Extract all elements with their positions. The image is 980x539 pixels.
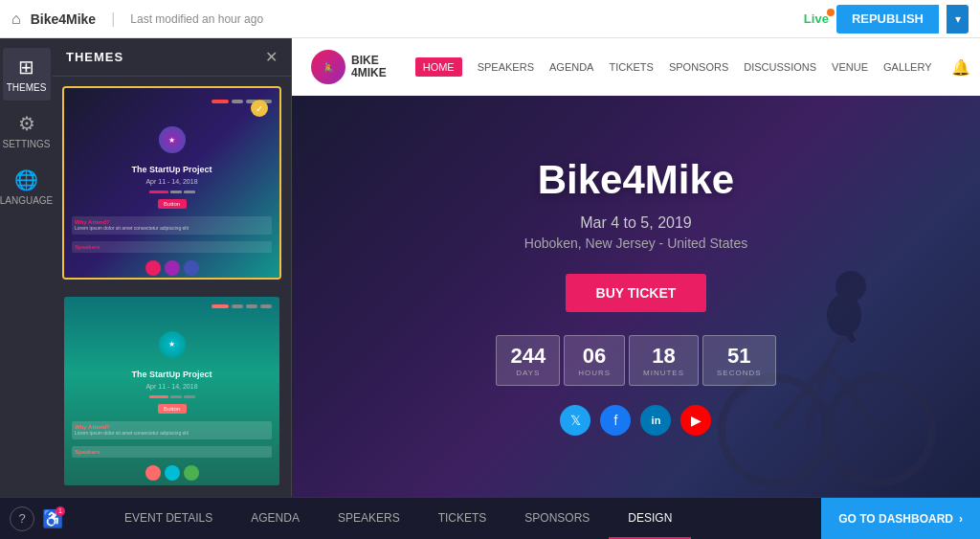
tab-sponsors[interactable]: SPONSORS xyxy=(505,498,609,539)
countdown-hours: 06 HOURS xyxy=(564,335,625,386)
youtube-icon[interactable]: ▶ xyxy=(680,405,711,436)
tab-design[interactable]: DESIGN xyxy=(609,498,691,539)
main-layout: ⊞ THEMES ⚙ SETTINGS 🌐 LANGUAGE THEMES ✕ … xyxy=(0,38,980,497)
thumb-nav-dot-active xyxy=(212,100,229,103)
coral-why-attend: Why Attend? Lorem ipsum dolor sit amet c… xyxy=(72,421,272,439)
countdown: 244 DAYS 06 HOURS 18 MINUTES 51 SECONDS xyxy=(496,335,775,386)
sidebar-item-language[interactable]: 🌐 LANGUAGE xyxy=(3,161,51,213)
coral-thumb-btn: Button xyxy=(158,404,187,414)
coral-speaker-1 xyxy=(145,465,161,481)
coral-nav-dot-2 xyxy=(246,304,257,308)
horizon-why-attend: Why Attend? Lorem ipsum dolor sit amet c… xyxy=(72,216,272,235)
coral-speaker-3 xyxy=(184,465,199,481)
theme-coral[interactable]: ★ The StartUp Project Apr 11 - 14, 2018 … xyxy=(62,295,281,488)
nav-speakers[interactable]: SPEAKERS xyxy=(478,61,534,73)
sidebar-item-themes[interactable]: ⊞ THEMES xyxy=(3,48,51,101)
svg-line-5 xyxy=(827,339,841,363)
themes-list: ✓ ★ The StartUp Project Apr 11 - xyxy=(53,77,291,497)
coral-nav-dot-active xyxy=(212,304,229,308)
themes-title: THEMES xyxy=(66,50,123,64)
hero-date: Mar 4 to 5, 2019 xyxy=(496,214,775,232)
bell-icon[interactable]: 🔔 xyxy=(951,58,970,77)
coral-nav-dot-3 xyxy=(260,304,272,308)
thumb-nav-dot-1 xyxy=(232,100,243,103)
nav-tickets[interactable]: TICKETS xyxy=(609,61,653,73)
notif-badge: 1 xyxy=(56,506,65,516)
linkedin-icon[interactable]: in xyxy=(640,405,671,436)
svg-point-8 xyxy=(835,271,866,302)
sidebar: ⊞ THEMES ⚙ SETTINGS 🌐 LANGUAGE xyxy=(0,38,53,497)
buy-ticket-button[interactable]: BUY TICKET xyxy=(566,274,707,312)
nav-sponsors[interactable]: SPONSORS xyxy=(669,61,728,73)
countdown-minutes: 18 MINUTES xyxy=(629,335,699,386)
preview-area: 🚴 BIKE 4MIKE HOME SPEAKERS AGENDA TICKET… xyxy=(292,38,980,497)
nav-home[interactable]: HOME xyxy=(415,57,462,77)
tab-agenda[interactable]: AGENDA xyxy=(232,498,319,539)
twitter-icon[interactable]: 𝕏 xyxy=(560,405,590,436)
coral-speakers-section: Speakers xyxy=(72,446,272,458)
preview-nav: 🚴 BIKE 4MIKE HOME SPEAKERS AGENDA TICKET… xyxy=(292,38,980,96)
themes-panel-header: THEMES ✕ xyxy=(53,38,291,77)
nav-gallery[interactable]: GALLERY xyxy=(883,61,932,73)
help-button[interactable]: ? xyxy=(10,506,34,531)
speaker-avatar-2 xyxy=(165,260,180,276)
language-icon: 🌐 xyxy=(14,168,38,191)
logo-icon: 🚴 xyxy=(311,50,345,84)
coral-thumb-date: Apr 11 - 14, 2018 xyxy=(72,383,272,390)
facebook-icon[interactable]: f xyxy=(600,405,631,436)
nav-agenda[interactable]: AGENDA xyxy=(549,61,593,73)
countdown-days: 244 DAYS xyxy=(496,335,560,386)
sidebar-item-language-label: LANGUAGE xyxy=(0,195,53,206)
tab-tickets[interactable]: TICKETS xyxy=(419,498,506,539)
tab-speakers[interactable]: SPEAKERS xyxy=(319,498,419,539)
preview-logo: 🚴 BIKE 4MIKE xyxy=(311,50,387,84)
horizon-thumbnail: ✓ ★ The StartUp Project Apr 11 - xyxy=(64,88,279,280)
republish-dropdown-button[interactable]: ▾ xyxy=(947,5,969,34)
coral-speaker-2 xyxy=(165,465,180,481)
top-bar: ⌂ Bike4Mike | Last modified an hour ago … xyxy=(0,0,980,38)
coral-nav-dot-1 xyxy=(232,304,243,308)
themes-close-button[interactable]: ✕ xyxy=(265,48,278,66)
tab-event-details[interactable]: EVENT DETAILS xyxy=(105,498,232,539)
coral-thumbnail: ★ The StartUp Project Apr 11 - 14, 2018 … xyxy=(64,297,279,488)
coral-thumb-nav xyxy=(72,304,272,308)
nav-venue[interactable]: VENUE xyxy=(832,61,868,73)
bottom-bar: ? ♿ 1 EVENT DETAILS AGENDA SPEAKERS TICK… xyxy=(0,497,980,539)
horizon-thumb-date: Apr 11 - 14, 2018 xyxy=(72,178,272,185)
nav-items: HOME SPEAKERS AGENDA TICKETS SPONSORS DI… xyxy=(415,57,932,77)
horizon-thumb-title: The StartUp Project xyxy=(72,165,272,174)
logo-text: BIKE 4MIKE xyxy=(351,55,387,79)
speaker-avatar-3 xyxy=(184,260,199,276)
live-dot xyxy=(827,9,835,16)
go-to-dashboard-label: GO TO DASHBOARD xyxy=(838,512,953,526)
thumb-nav xyxy=(72,100,272,103)
hero-location: Hoboken, New Jersey - United States xyxy=(496,236,775,251)
sidebar-item-themes-label: THEMES xyxy=(7,82,47,93)
speaker-avatar-1 xyxy=(145,260,161,276)
top-bar-divider: | xyxy=(111,11,115,28)
live-badge: Live xyxy=(804,11,829,26)
go-to-dashboard-button[interactable]: GO TO DASHBOARD › xyxy=(821,498,980,540)
coral-thumb-speakers xyxy=(72,465,272,481)
sidebar-item-settings[interactable]: ⚙ SETTINGS xyxy=(3,104,51,157)
horizon-thumb-speakers xyxy=(72,260,272,276)
horizon-thumb-btn: Button xyxy=(158,199,187,209)
sidebar-item-settings-label: SETTINGS xyxy=(3,139,51,149)
home-icon[interactable]: ⌂ xyxy=(11,11,21,28)
preview-hero: Bike4Mike Mar 4 to 5, 2019 Hoboken, New … xyxy=(292,96,980,497)
site-name: Bike4Mike xyxy=(31,11,96,27)
social-icons: 𝕏 f in ▶ xyxy=(496,405,775,436)
themes-icon: ⊞ xyxy=(18,56,34,79)
hero-content: Bike4Mike Mar 4 to 5, 2019 Hoboken, New … xyxy=(496,157,775,436)
themes-panel: THEMES ✕ ✓ ★ xyxy=(53,38,292,497)
accessibility-button[interactable]: ♿ 1 xyxy=(40,506,65,531)
settings-icon: ⚙ xyxy=(18,112,35,135)
coral-thumb-title: The StartUp Project xyxy=(72,370,272,379)
nav-discussions[interactable]: DISCUSSIONS xyxy=(744,61,816,73)
countdown-seconds: 51 SECONDS xyxy=(702,335,776,386)
theme-horizon[interactable]: ✓ ★ The StartUp Project Apr 11 - xyxy=(62,86,281,280)
republish-button[interactable]: REPUBLISH xyxy=(836,5,939,34)
nav-right: 🔔 🌐 ENGLISH xyxy=(951,54,980,80)
go-to-dashboard-arrow: › xyxy=(959,512,963,526)
horizon-speakers-section: Speakers xyxy=(72,241,272,253)
